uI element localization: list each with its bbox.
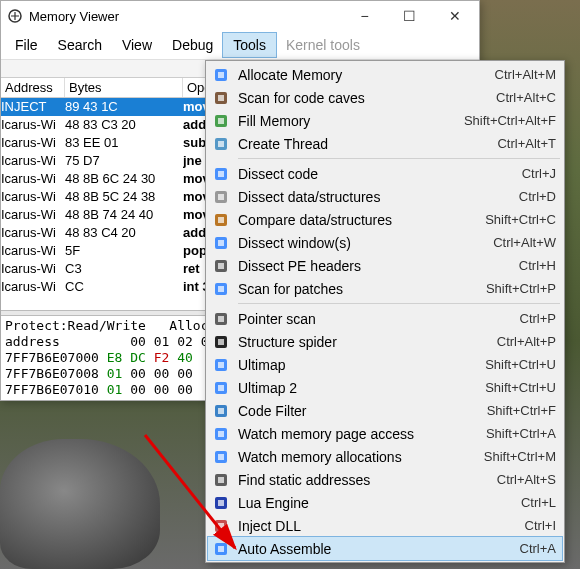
menu-item-label: Allocate Memory [238, 67, 495, 83]
ring-icon [210, 164, 232, 184]
svg-rect-12 [218, 194, 224, 200]
svg-rect-4 [218, 95, 224, 101]
menu-item-ultimap-2[interactable]: Ultimap 2Shift+Ctrl+U [208, 376, 562, 399]
menu-item-label: Dissect PE headers [238, 258, 519, 274]
eye-icon [210, 424, 232, 444]
menu-item-shortcut: Ctrl+L [521, 495, 556, 510]
filter-icon [210, 401, 232, 421]
inject-icon [210, 516, 232, 536]
menu-item-shortcut: Ctrl+D [519, 189, 556, 204]
menu-item-inject-dll[interactable]: Inject DLLCtrl+I [208, 514, 562, 537]
menu-kernel[interactable]: Kernel tools [276, 33, 370, 57]
svg-rect-20 [218, 286, 224, 292]
fill-icon [210, 111, 232, 131]
menu-item-label: Dissect data/structures [238, 189, 519, 205]
menu-item-label: Scan for patches [238, 281, 486, 297]
background-rock [0, 439, 160, 569]
menu-separator [238, 303, 560, 304]
menu-item-label: Pointer scan [238, 311, 520, 327]
menu-item-shortcut: Ctrl+H [519, 258, 556, 273]
menu-separator [238, 158, 560, 159]
menu-item-label: Watch memory allocations [238, 449, 484, 465]
menu-view[interactable]: View [112, 33, 162, 57]
menu-item-label: Dissect window(s) [238, 235, 493, 251]
maximize-button[interactable]: ☐ [387, 2, 432, 30]
magnifier-icon [210, 233, 232, 253]
patch-scan-icon [210, 279, 232, 299]
menu-item-pointer-scan[interactable]: Pointer scanCtrl+P [208, 307, 562, 330]
menu-item-shortcut: Shift+Ctrl+U [485, 357, 556, 372]
menu-tools[interactable]: Tools [223, 33, 276, 57]
svg-rect-38 [218, 500, 224, 506]
menu-item-lua-engine[interactable]: Lua EngineCtrl+L [208, 491, 562, 514]
menu-item-watch-memory-page-access[interactable]: Watch memory page accessShift+Ctrl+A [208, 422, 562, 445]
menu-item-create-thread[interactable]: Create ThreadCtrl+Alt+T [208, 132, 562, 155]
menu-item-label: Structure spider [238, 334, 497, 350]
menu-item-watch-memory-allocations[interactable]: Watch memory allocationsShift+Ctrl+M [208, 445, 562, 468]
svg-rect-6 [218, 118, 224, 124]
menu-search[interactable]: Search [48, 33, 112, 57]
menu-item-shortcut: Shift+Ctrl+M [484, 449, 556, 464]
menu-item-label: Find static addresses [238, 472, 497, 488]
svg-rect-8 [218, 141, 224, 147]
menu-item-scan-for-code-caves[interactable]: Scan for code cavesCtrl+Alt+C [208, 86, 562, 109]
menu-item-label: Scan for code caves [238, 90, 496, 106]
menu-item-label: Ultimap [238, 357, 485, 373]
menu-item-fill-memory[interactable]: Fill MemoryShift+Ctrl+Alt+F [208, 109, 562, 132]
svg-rect-26 [218, 362, 224, 368]
menu-item-shortcut: Ctrl+I [525, 518, 556, 533]
menu-item-label: Auto Assemble [238, 541, 520, 557]
eye-icon [210, 447, 232, 467]
menu-item-code-filter[interactable]: Code FilterShift+Ctrl+F [208, 399, 562, 422]
binoculars-icon [210, 88, 232, 108]
struct-icon [210, 187, 232, 207]
svg-rect-32 [218, 431, 224, 437]
menu-item-shortcut: Shift+Ctrl+C [485, 212, 556, 227]
minimize-button[interactable]: − [342, 2, 387, 30]
menu-file[interactable]: File [5, 33, 48, 57]
col-header-address[interactable]: Address [1, 78, 65, 97]
menu-item-shortcut: Shift+Ctrl+Alt+F [464, 113, 556, 128]
menu-item-label: Watch memory page access [238, 426, 486, 442]
close-button[interactable]: ✕ [432, 2, 477, 30]
menu-item-shortcut: Ctrl+Alt+W [493, 235, 556, 250]
col-header-bytes[interactable]: Bytes [65, 78, 183, 97]
compare-icon [210, 210, 232, 230]
menu-item-compare-data-structures[interactable]: Compare data/structuresShift+Ctrl+C [208, 208, 562, 231]
menu-item-find-static-addresses[interactable]: Find static addressesCtrl+Alt+S [208, 468, 562, 491]
menu-item-scan-for-patches[interactable]: Scan for patchesShift+Ctrl+P [208, 277, 562, 300]
svg-rect-34 [218, 454, 224, 460]
svg-rect-36 [218, 477, 224, 483]
spider-icon [210, 332, 232, 352]
menu-item-shortcut: Ctrl+Alt+C [496, 90, 556, 105]
menu-item-dissect-code[interactable]: Dissect codeCtrl+J [208, 162, 562, 185]
menu-item-shortcut: Ctrl+Alt+M [495, 67, 556, 82]
menu-item-label: Compare data/structures [238, 212, 485, 228]
menu-item-dissect-window-s-[interactable]: Dissect window(s)Ctrl+Alt+W [208, 231, 562, 254]
menu-item-label: Dissect code [238, 166, 522, 182]
lua-icon [210, 493, 232, 513]
menu-item-auto-assemble[interactable]: Auto AssembleCtrl+A [208, 537, 562, 560]
svg-rect-2 [218, 72, 224, 78]
menu-item-label: Inject DLL [238, 518, 525, 534]
svg-rect-18 [218, 263, 224, 269]
menu-item-shortcut: Ctrl+Alt+P [497, 334, 556, 349]
tools-dropdown: Allocate MemoryCtrl+Alt+MScan for code c… [205, 60, 565, 563]
svg-rect-42 [218, 546, 224, 552]
menu-item-allocate-memory[interactable]: Allocate MemoryCtrl+Alt+M [208, 63, 562, 86]
menu-item-shortcut: Shift+Ctrl+U [485, 380, 556, 395]
assemble-icon [210, 539, 232, 559]
thread-icon [210, 134, 232, 154]
titlebar[interactable]: Memory Viewer − ☐ ✕ [1, 1, 479, 31]
menu-item-structure-spider[interactable]: Structure spiderCtrl+Alt+P [208, 330, 562, 353]
menu-item-dissect-pe-headers[interactable]: Dissect PE headersCtrl+H [208, 254, 562, 277]
svg-rect-14 [218, 217, 224, 223]
menu-item-label: Lua Engine [238, 495, 521, 511]
svg-rect-30 [218, 408, 224, 414]
plus-box-icon [210, 65, 232, 85]
menu-item-dissect-data-structures[interactable]: Dissect data/structuresCtrl+D [208, 185, 562, 208]
menu-debug[interactable]: Debug [162, 33, 223, 57]
menu-item-ultimap[interactable]: UltimapShift+Ctrl+U [208, 353, 562, 376]
pe-icon [210, 256, 232, 276]
menu-item-label: Ultimap 2 [238, 380, 485, 396]
